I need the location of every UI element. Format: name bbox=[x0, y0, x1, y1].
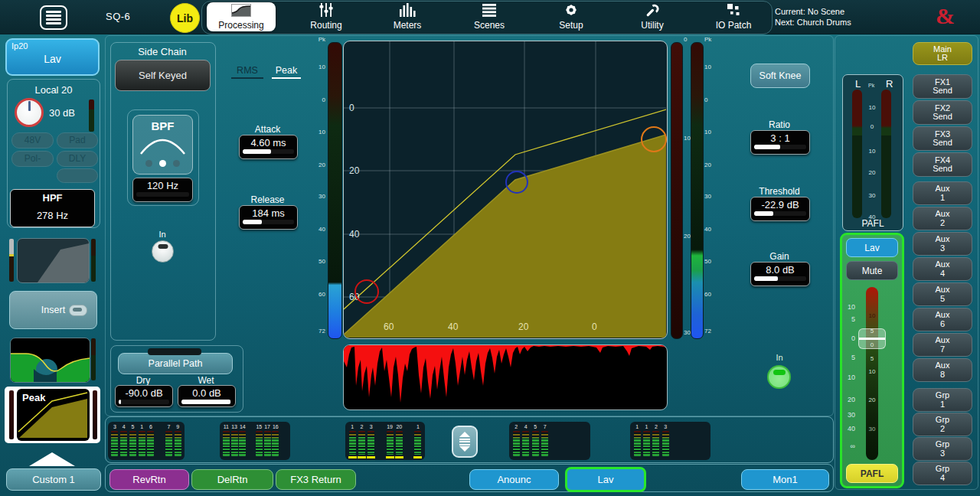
tab-io-patch[interactable]: IO Patch bbox=[699, 2, 768, 31]
tab-routing[interactable]: Routing bbox=[292, 2, 361, 31]
threshold-value-box[interactable]: -22.9 dB bbox=[750, 197, 810, 221]
release-value-box[interactable]: 184 ms bbox=[239, 205, 298, 230]
wet-value-box[interactable]: 0.0 dB bbox=[178, 385, 236, 407]
mix-button-grp1[interactable]: Grp1 bbox=[913, 388, 972, 412]
filter-freq-box[interactable]: 120 Hz bbox=[132, 178, 193, 202]
gain-knob[interactable] bbox=[15, 98, 44, 127]
fader-cap[interactable] bbox=[858, 328, 886, 349]
soft-knee-button[interactable]: Soft Knee bbox=[750, 64, 810, 88]
tab-utility[interactable]: Utility bbox=[618, 2, 687, 31]
library-button[interactable]: Lib bbox=[170, 3, 200, 33]
meter-bank-5[interactable]: 1123 bbox=[630, 422, 710, 460]
soft-knee-label: Soft Knee bbox=[760, 70, 802, 81]
mix-button-aux7[interactable]: Aux7 bbox=[913, 333, 972, 357]
channel-button-revrtn[interactable]: RevRtn bbox=[109, 469, 189, 490]
mix-button-aux8[interactable]: Aux8 bbox=[913, 358, 972, 382]
phantom-48v-button[interactable]: 48V bbox=[11, 132, 54, 148]
graph-handle-low[interactable] bbox=[354, 279, 379, 304]
peq-thumbnail[interactable] bbox=[10, 338, 90, 383]
mix-button-aux1[interactable]: Aux1 bbox=[913, 181, 972, 205]
parallel-path-button[interactable]: Parallel Path bbox=[118, 353, 233, 374]
pad-button[interactable]: Pad bbox=[57, 132, 98, 148]
mix-button-grp4[interactable]: Grp4 bbox=[913, 462, 972, 485]
channel-meter: 2 bbox=[357, 423, 366, 458]
graph-handle-threshold[interactable] bbox=[505, 171, 528, 194]
mix-button-grp2[interactable]: Grp2 bbox=[913, 413, 972, 436]
channel-meter: 11 bbox=[222, 423, 230, 458]
meter-bank-3[interactable]: 12319201 bbox=[345, 422, 425, 460]
out-scale-label: Pk bbox=[704, 36, 711, 43]
channel-name: Lav bbox=[7, 53, 98, 65]
compressor-graph[interactable]: 0 20 40 60 60 40 20 0 bbox=[343, 41, 668, 339]
mix-button-aux2[interactable]: Aux2 bbox=[913, 207, 972, 230]
layer-scroll-button[interactable] bbox=[452, 426, 478, 458]
meter-l-label: L bbox=[855, 78, 861, 90]
sidechain-title: Side Chain bbox=[110, 46, 214, 57]
pafl-meter-left bbox=[852, 90, 862, 218]
scene-current: Current: No Scene bbox=[775, 6, 851, 17]
mix-button-aux3[interactable]: Aux3 bbox=[913, 232, 972, 256]
meter-gap bbox=[550, 423, 560, 458]
meter-scale-label: 10 bbox=[310, 64, 325, 70]
input-meter bbox=[328, 42, 342, 339]
comp-thumbnail[interactable]: Peak bbox=[17, 389, 90, 441]
channel-button-mon1[interactable]: Mon1 bbox=[741, 469, 829, 490]
tab-scenes[interactable]: Scenes bbox=[455, 2, 524, 31]
detector-rms-tab[interactable]: RMS bbox=[231, 65, 263, 79]
mix-button-aux5[interactable]: Aux5 bbox=[913, 282, 972, 306]
meter-bank-2[interactable]: 111314151716 bbox=[220, 422, 290, 460]
channel-button-delrtn[interactable]: DelRtn bbox=[191, 469, 273, 490]
channel-select-button[interactable]: Ip20 Lav bbox=[5, 38, 100, 76]
channel-button-fx3return[interactable]: FX3 Return bbox=[276, 469, 356, 490]
sidechain-filter-button[interactable]: BPF bbox=[132, 115, 193, 175]
meter-bank-1[interactable]: 3451679 bbox=[108, 422, 185, 460]
mute-button[interactable]: Mute bbox=[846, 261, 898, 280]
meter-bank-4[interactable]: 2457 bbox=[509, 422, 590, 460]
hpf-box[interactable]: HPF 278 Hz bbox=[10, 189, 95, 227]
channel-meter: 1 bbox=[137, 423, 146, 458]
meter-scale-label: 60 bbox=[310, 291, 325, 298]
mix-button-fx2[interactable]: FX2Send bbox=[913, 100, 972, 125]
meter-scale-label: 72 bbox=[310, 328, 325, 334]
custom-layer-button[interactable]: Custom 1 bbox=[6, 468, 101, 491]
gate-mini-meter-right bbox=[91, 239, 96, 282]
hpf-value: 278 Hz bbox=[11, 210, 94, 221]
sidechain-in-toggle[interactable] bbox=[152, 240, 174, 263]
channel-button-anounc[interactable]: Anounc bbox=[469, 469, 559, 490]
mix-button-main-lr[interactable]: Main LR bbox=[913, 42, 972, 65]
layer-up-arrow-icon[interactable] bbox=[29, 452, 75, 466]
channel-meter: 4 bbox=[119, 423, 129, 458]
channel-button-lav-selected[interactable]: Lav bbox=[565, 467, 646, 492]
meter-scale-label: 10 bbox=[310, 129, 325, 135]
graph-y-label: 40 bbox=[349, 229, 359, 240]
delay-button[interactable]: DLY bbox=[57, 151, 98, 167]
comp-gain-value-box[interactable]: 8.0 dB bbox=[750, 262, 810, 286]
meter-gap bbox=[279, 423, 288, 458]
mix-button-aux6[interactable]: Aux6 bbox=[913, 308, 972, 331]
menu-icon[interactable] bbox=[40, 5, 67, 30]
blank-button[interactable] bbox=[57, 168, 98, 183]
attack-value-box[interactable]: 4.60 ms bbox=[239, 135, 298, 159]
comp-thumb-label: Peak bbox=[22, 392, 45, 403]
pafl-button[interactable]: PAFL bbox=[846, 464, 898, 483]
mix-button-fx3[interactable]: FX3Send bbox=[913, 126, 972, 151]
insert-button[interactable]: Insert bbox=[9, 291, 97, 329]
mix-button-fx4[interactable]: FX4Send bbox=[913, 152, 972, 177]
mix-button-fx1[interactable]: FX1Send bbox=[913, 74, 972, 99]
mix-button-grp3[interactable]: Grp3 bbox=[913, 437, 972, 461]
channel-meter: 15 bbox=[255, 423, 263, 458]
tab-meters[interactable]: Meters bbox=[373, 2, 442, 31]
dry-value-box[interactable]: -90.0 dB bbox=[115, 385, 173, 407]
gate-thumbnail[interactable] bbox=[17, 238, 90, 283]
detector-peak-tab[interactable]: Peak bbox=[272, 65, 301, 79]
tab-setup[interactable]: Setup bbox=[537, 2, 606, 31]
tab-processing[interactable]: Processing bbox=[207, 2, 276, 31]
polarity-button[interactable]: Pol- bbox=[11, 151, 54, 167]
graph-handle-high[interactable] bbox=[641, 126, 667, 152]
preamp-panel: Local 20 30 dB 48V Pad Pol- DLY HPF 278 … bbox=[7, 79, 100, 228]
mix-button-aux4[interactable]: Aux4 bbox=[913, 257, 972, 281]
strip-channel-name-button[interactable]: Lav bbox=[846, 238, 898, 257]
sidechain-source-button[interactable]: Self Keyed bbox=[115, 60, 211, 91]
comp-in-toggle[interactable] bbox=[767, 365, 791, 389]
ratio-value-box[interactable]: 3 : 1 bbox=[750, 130, 810, 155]
